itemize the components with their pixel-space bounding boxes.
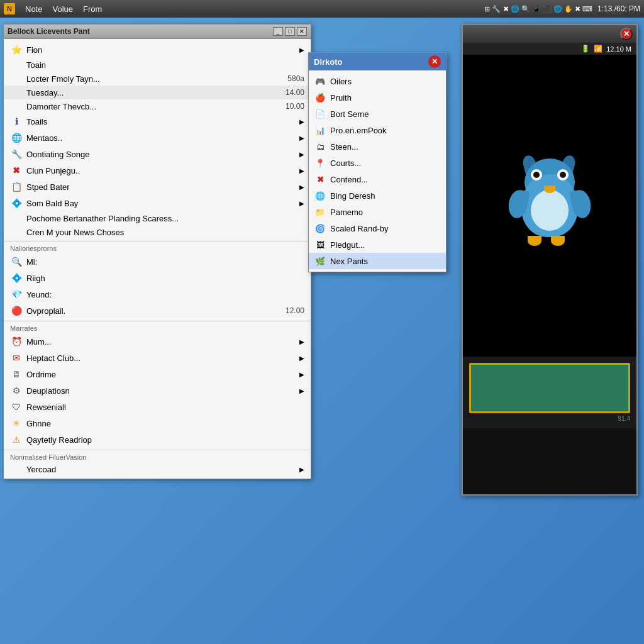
taskbar-app-icon[interactable]: N (4, 3, 15, 14)
yeund-label: Yeund: (26, 290, 304, 299)
search-icon: 🔍 (10, 255, 23, 268)
folder-yellow-icon: 📁 (314, 206, 326, 218)
mentaos-label: Mentaos.. (26, 133, 296, 143)
damorter-label: Damorter Thevcb... (26, 102, 96, 111)
burst-icon: ✳ (10, 417, 23, 430)
submenu-arrow-oontiating: ▶ (299, 151, 304, 158)
steen-label: Steen... (330, 142, 358, 152)
menu-item-mi[interactable]: 🔍 Mi: (4, 253, 311, 270)
taskbar-left: N Note Volue From (4, 3, 102, 14)
riigh-label: Riigh (26, 274, 304, 283)
sub-item-steen[interactable]: 🗂 Steen... (309, 138, 446, 155)
submenu-arrow-mentaos: ▶ (299, 135, 304, 142)
sub-item-pamemo[interactable]: 📁 Pamemo (309, 204, 446, 220)
sub-item-pro-en-empook[interactable]: 📊 Pro.en.emPook (309, 122, 446, 138)
diamond-icon: 💠 (10, 197, 23, 209)
submenu-arrow-yercoad: ▶ (299, 466, 304, 473)
submenu-title: Dirkoto (314, 57, 343, 67)
taskbar-menu-note[interactable]: Note (25, 4, 42, 14)
menu-item-qaytetly[interactable]: ⚠ Qaytetly Readriop (4, 431, 311, 448)
table-icon: 📋 (10, 180, 23, 193)
sub-item-contend[interactable]: ✖ Contend... (309, 171, 446, 187)
sub-item-oilers[interactable]: 🎮 Oilers (309, 73, 446, 89)
menu-item-pochome[interactable]: Pochome Bertanather Planding Scaress... (4, 211, 311, 225)
pochome-label: Pochome Bertanather Planding Scaress... (26, 214, 179, 223)
cren-label: Cren M your News Choses (26, 228, 124, 237)
sub-item-courts[interactable]: 📍 Courts... (309, 155, 446, 171)
submenu-window: Dirkoto ✕ 🎮 Oilers 🍎 Pruith 📄 Bort Seme … (308, 52, 447, 272)
menu-item-som[interactable]: 💠 Som Bald Bay ▶ (4, 195, 311, 211)
red-x-icon-2: ✖ (314, 173, 326, 186)
maximize-button[interactable]: □ (285, 27, 295, 36)
clock-icon: ⏰ (10, 335, 23, 348)
red-x-icon: ✖ (10, 164, 23, 177)
sub-item-pledgut[interactable]: 🖼 Pledgut... (309, 236, 446, 253)
section-nonmalised-header: Nonmalised FiluerVasion (4, 452, 311, 462)
taskbar-menu-from[interactable]: From (83, 4, 102, 14)
pin-icon: 📍 (314, 157, 326, 169)
menu-item-ordrime[interactable]: 🖥 Ordrime ▶ (4, 366, 311, 382)
main-window-titlebar: Bellock Licevents Pant _ □ ✕ (4, 25, 311, 39)
right-window-titlebar: ✕ (463, 25, 636, 43)
menu-item-ghnne[interactable]: ✳ Ghnne (4, 415, 311, 431)
sub-item-bing-deresh[interactable]: 🌐 Bing Deresh (309, 187, 446, 204)
chart-icon: 📊 (314, 124, 326, 136)
menu-item-stped[interactable]: 📋 Stped Bater ▶ (4, 179, 311, 195)
pokemon-foot-left (528, 236, 541, 246)
menu-item-ovproplail[interactable]: 🔴 Ovproplail. 12.00 (4, 303, 311, 319)
minimize-button[interactable]: _ (273, 27, 283, 36)
toails-label: Toails (26, 117, 296, 126)
menu-item-clun[interactable]: ✖ Clun Punjegu.. ▶ (4, 162, 311, 179)
menu-item-yercoad[interactable]: Yercoad ▶ (4, 462, 311, 476)
pro-en-empook-label: Pro.en.emPook (330, 126, 387, 135)
right-close-button[interactable]: ✕ (620, 28, 633, 40)
submenu-arrow-mum: ▶ (299, 338, 304, 345)
doc-icon: 📄 (314, 108, 326, 120)
menu-item-deuplatiosn[interactable]: ⚙ Deuplatiosn ▶ (4, 382, 311, 399)
oilers-label: Oilers (330, 77, 352, 86)
menu-item-oontiating[interactable]: 🔧 Oontiating Songe ▶ (4, 146, 311, 162)
menu-item-toails[interactable]: ℹ Toails ▶ (4, 113, 311, 130)
sub-item-nex-pants[interactable]: 🌿 Nex Pants (309, 253, 446, 269)
tuesday-value: 14.00 (286, 88, 304, 97)
menu-item-cren[interactable]: Cren M your News Choses (4, 225, 311, 239)
window-controls: _ □ ✕ (273, 27, 307, 36)
taskbar-menu-volue[interactable]: Volue (52, 4, 73, 14)
menu-item-riigh[interactable]: 💠 Riigh (4, 270, 311, 286)
menu-item-yeund[interactable]: 💎 Yeund: (4, 286, 311, 303)
menu-item-fion[interactable]: ⭐ Fion ▶ (4, 42, 311, 58)
sub-item-scaled-rand-by[interactable]: 🌀 Scaled Rand-by (309, 220, 446, 236)
close-button[interactable]: ✕ (297, 27, 307, 36)
sub-item-pruith[interactable]: 🍎 Pruith (309, 89, 446, 106)
locter-label: Locter Fmoly Tayn... (26, 74, 100, 84)
shield-icon: 🛡 (10, 401, 23, 413)
menu-item-locter[interactable]: Locter Fmoly Tayn... 580a (4, 72, 311, 86)
courts-label: Courts... (330, 158, 361, 168)
menu-content: ⭐ Fion ▶ Toain Locter Fmoly Tayn... 580a… (4, 39, 311, 479)
qaytetly-label: Qaytetly Readriop (26, 435, 304, 445)
pokemon-beak (544, 186, 555, 193)
gamepad-icon: 🎮 (314, 75, 326, 87)
mail-icon: ✉ (10, 352, 23, 364)
contend-label: Contend... (330, 175, 368, 184)
submenu-arrow-stped: ▶ (299, 184, 304, 191)
warning-icon: ⚠ (10, 433, 23, 446)
menu-item-rewseniall[interactable]: 🛡 Rewseniall (4, 399, 311, 415)
menu-item-mum[interactable]: ⏰ Mum... ▶ (4, 333, 311, 350)
menu-item-damorter[interactable]: Damorter Thevcb... 10.00 (4, 99, 311, 113)
menu-item-heptact[interactable]: ✉ Heptact Club... ▶ (4, 350, 311, 366)
sub-item-bort-seme[interactable]: 📄 Bort Seme (309, 106, 446, 122)
locter-value: 580a (287, 74, 304, 83)
menu-item-mentaos[interactable]: 🌐 Mentaos.. ▶ (4, 130, 311, 146)
pledgut-label: Pledgut... (330, 240, 365, 250)
leaf-icon: 🌿 (314, 255, 326, 267)
nex-pants-label: Nex Pants (330, 257, 368, 266)
menu-item-toain[interactable]: Toain (4, 58, 311, 72)
separator-3 (4, 450, 311, 450)
scaled-rand-by-label: Scaled Rand-by (330, 224, 389, 233)
menu-item-tuesday[interactable]: Tuesday... 14.00 (4, 86, 311, 99)
signal-icon: 📶 (594, 45, 602, 53)
submenu-close-button[interactable]: ✕ (428, 55, 441, 68)
submenu-arrow-clun: ▶ (299, 167, 304, 174)
phone-corner-text: 91.4 (469, 415, 630, 422)
